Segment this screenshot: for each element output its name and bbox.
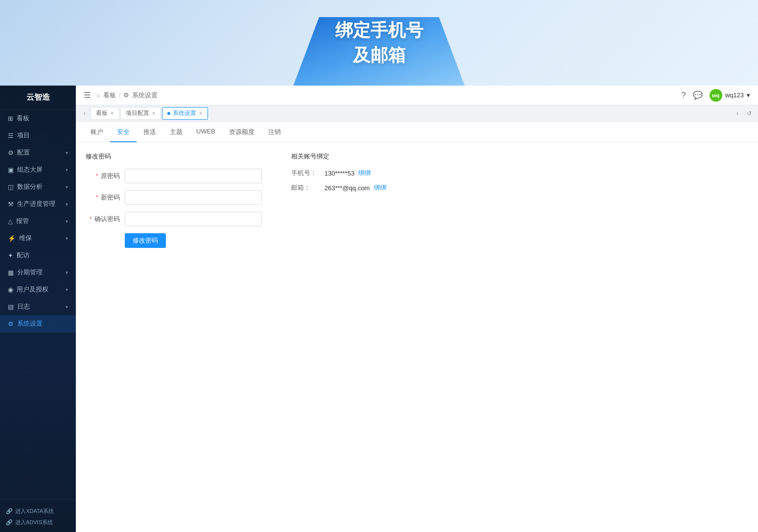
tab-cancel[interactable]: 注销	[261, 122, 288, 142]
sidebar-item-logs[interactable]: ▤ 日志 ▾	[0, 298, 76, 315]
breadcrumb-settings-icon: ⚙	[123, 91, 129, 99]
topbar: ☰ ⌂ 看板 / ⚙ 系统设置 ? 💬 wq wq123 ▾	[76, 86, 758, 105]
link-icon: 🔗	[6, 508, 13, 514]
sidebar-item-label: 配访	[17, 251, 29, 260]
sidebar-item-label: 配置	[17, 149, 30, 157]
logs-icon: ▤	[8, 303, 14, 310]
sidebar-item-label: 日志	[17, 303, 30, 311]
tab-close-icon[interactable]: ✕	[199, 111, 203, 116]
tab-project-config[interactable]: 项目配置 ✕	[120, 107, 161, 120]
phone-bind-link[interactable]: 绑绑	[358, 169, 371, 177]
message-icon[interactable]: 💬	[693, 90, 703, 100]
chevron-down-icon: ▾	[66, 236, 68, 241]
sidebar-item-bigscreen[interactable]: ▣ 组态大屏 ▾	[0, 161, 76, 178]
sidebar-item-prod-mgmt[interactable]: ⚒ 生产进度管理 ▾	[0, 196, 76, 213]
tab-back-button[interactable]: ‹	[80, 109, 90, 118]
breadcrumb-home: 看板	[103, 91, 116, 100]
hero-banner: 绑定手机号 及邮箱	[0, 0, 758, 86]
advis-link[interactable]: 🔗 进入ADVIS系统	[6, 517, 70, 528]
tab-account[interactable]: 账户	[84, 122, 110, 142]
tab-theme[interactable]: 主题	[163, 122, 189, 142]
menu-toggle-icon[interactable]: ☰	[84, 90, 91, 100]
sidebar-item-config[interactable]: ⚙ 配置 ▾	[0, 144, 76, 161]
patrol-icon: ✦	[8, 252, 13, 259]
prod-mgmt-icon: ⚒	[8, 200, 14, 208]
sidebar-item-projects[interactable]: ☰ 项目	[0, 127, 76, 144]
sidebar-item-label: 用户及授权	[17, 286, 48, 294]
related-section-title: 相关账号绑定	[291, 152, 438, 161]
help-icon[interactable]: ?	[682, 91, 686, 100]
breadcrumb: ⌂ 看板 / ⚙ 系统设置	[96, 91, 158, 100]
report-icon: △	[8, 218, 13, 225]
confirm-password-row: * 确认密码	[86, 212, 262, 226]
tab-resources[interactable]: 资源额度	[222, 122, 261, 142]
username-label: wq123	[725, 91, 744, 99]
tab-dashboard[interactable]: 看板 ✕	[91, 107, 119, 120]
tab-close-icon[interactable]: ✕	[110, 111, 114, 116]
xdata-link[interactable]: 🔗 进入XDATA系统	[6, 506, 70, 517]
tab-system-settings[interactable]: 系统设置 ✕	[162, 107, 208, 120]
tab-close-icon[interactable]: ✕	[152, 111, 156, 116]
chevron-down-icon: ▾	[66, 287, 68, 292]
projects-icon: ☰	[8, 132, 14, 139]
user-menu[interactable]: wq wq123 ▾	[710, 89, 750, 102]
chevron-down-icon: ▾	[66, 270, 68, 275]
phone-label: 手机号：	[291, 169, 321, 177]
tab-forward-button[interactable]: ›	[733, 109, 742, 118]
avatar: wq	[710, 89, 722, 102]
phone-info-row: 手机号： 130*****53 绑绑	[291, 169, 438, 177]
sidebar-item-label: 系统设置	[17, 320, 43, 328]
home-icon: ⌂	[96, 91, 100, 99]
topbar-right: ? 💬 wq wq123 ▾	[682, 89, 750, 102]
sidebar-item-patrol[interactable]: ✦ 配访	[0, 247, 76, 264]
content-body: 修改密码 * 原密码 * 新密码	[76, 142, 758, 265]
new-password-row: * 新密码	[86, 190, 262, 205]
old-password-row: * 原密码	[86, 169, 262, 183]
breadcrumb-separator: /	[119, 91, 121, 99]
tabbar: ‹ 看板 ✕ 项目配置 ✕ 系统设置 ✕ › ↺	[76, 105, 758, 122]
related-account-section: 相关账号绑定 手机号： 130*****53 绑绑 邮箱： 263***@qq.…	[291, 152, 438, 255]
chevron-down-icon: ▾	[66, 150, 68, 155]
confirm-password-input[interactable]	[125, 212, 262, 226]
new-password-input[interactable]	[125, 190, 262, 205]
tab-security[interactable]: 安全	[110, 122, 137, 142]
sidebar-item-maintenance[interactable]: ⚡ 维保 ▾	[0, 230, 76, 247]
sidebar-item-users[interactable]: ◉ 用户及授权 ▾	[0, 281, 76, 298]
required-marker: *	[96, 194, 98, 201]
tab-refresh-button[interactable]: ↺	[744, 109, 754, 118]
sidebar-item-label: 分期管理	[17, 268, 43, 277]
confirm-password-label: * 确认密码	[86, 215, 125, 223]
sidebar-item-label: 看板	[17, 114, 29, 123]
sidebar-item-system-settings[interactable]: ⚙ 系统设置	[0, 315, 76, 332]
old-password-label: * 原密码	[86, 172, 125, 180]
link-icon: 🔗	[6, 519, 13, 526]
breadcrumb-current: 系统设置	[132, 91, 158, 100]
bigscreen-icon: ▣	[8, 166, 14, 174]
tab-uweb[interactable]: UWEB	[189, 122, 222, 142]
sidebar-item-label: 生产进度管理	[17, 200, 55, 208]
new-password-label: * 新密码	[86, 194, 125, 202]
tab-push[interactable]: 推送	[137, 122, 163, 142]
old-password-input[interactable]	[125, 169, 262, 183]
required-marker: *	[90, 216, 92, 222]
sidebar-item-dashboard[interactable]: ⊞ 看板	[0, 110, 76, 127]
maintenance-icon: ⚡	[8, 235, 16, 242]
email-bind-link[interactable]: 绑绑	[374, 184, 387, 192]
tab-label: 系统设置	[173, 109, 196, 117]
sidebar-item-label: 项目	[17, 132, 30, 140]
tab-active-dot	[167, 112, 170, 115]
submit-password-button[interactable]: 修改密码	[125, 233, 166, 248]
page-content: 账户 安全 推送 主题 UWEB 资源额度 注销 修改密码 * 原密码	[76, 122, 758, 532]
app-container: 云智造 ⊞ 看板 ☰ 项目 ⚙ 配置 ▾ ▣ 组态大屏 ▾ ◫ 数据分析 ▾ ⚒…	[0, 86, 758, 532]
sidebar: 云智造 ⊞ 看板 ☰ 项目 ⚙ 配置 ▾ ▣ 组态大屏 ▾ ◫ 数据分析 ▾ ⚒…	[0, 86, 76, 532]
chevron-down-icon: ▾	[66, 304, 68, 310]
sidebar-item-installment[interactable]: ▦ 分期管理 ▾	[0, 264, 76, 281]
sidebar-footer: 🔗 进入XDATA系统 🔗 进入ADVIS系统	[0, 499, 76, 532]
sidebar-item-report[interactable]: △ 报管 ▾	[0, 213, 76, 230]
system-settings-icon: ⚙	[8, 320, 14, 328]
chevron-down-icon: ▾	[66, 219, 68, 224]
sidebar-item-label: 组态大屏	[17, 166, 43, 174]
sidebar-item-data-analysis[interactable]: ◫ 数据分析 ▾	[0, 178, 76, 196]
data-analysis-icon: ◫	[8, 183, 14, 191]
chevron-down-icon: ▾	[66, 167, 68, 173]
